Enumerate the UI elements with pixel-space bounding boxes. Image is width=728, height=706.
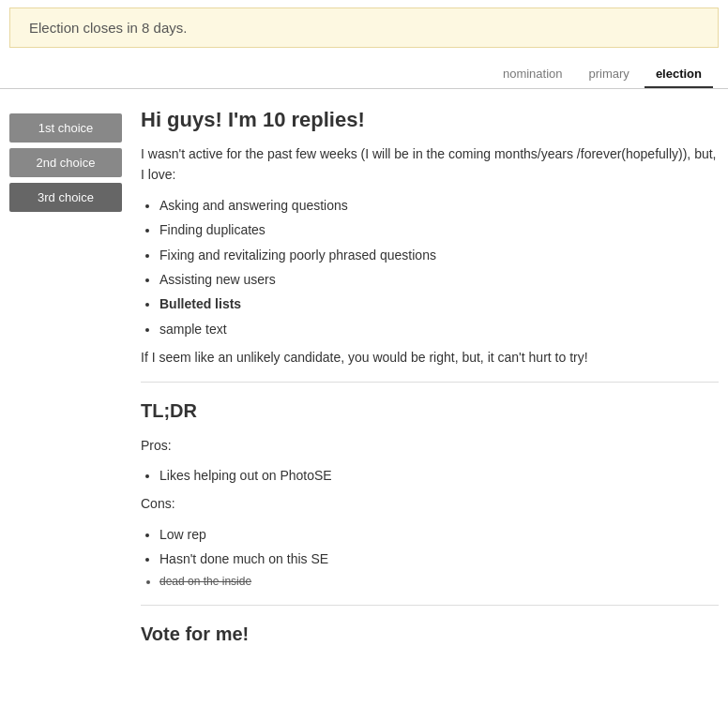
post-intro: I wasn't active for the past few weeks (… [141, 143, 719, 186]
list-item: Assisting new users [159, 269, 719, 290]
vote-title: Vote for me! [141, 619, 719, 649]
list-item: Fixing and revitalizing poorly phrased q… [159, 245, 719, 265]
banner-text: Election closes in 8 days. [29, 20, 187, 36]
tab-primary[interactable]: primary [578, 61, 641, 88]
choice-3-button[interactable]: 3rd choice [9, 183, 122, 212]
list-item: Finding duplicates [159, 219, 719, 240]
choice-2-button[interactable]: 2nd choice [9, 148, 122, 177]
cons-label: Cons: [141, 493, 719, 514]
post-divider-2 [141, 605, 719, 606]
pros-list: Likes helping out on PhotoSE [159, 465, 719, 486]
main-content: 1st choice 2nd choice 3rd choice Hi guys… [0, 98, 728, 658]
nav-tabs: nomination primary election [0, 55, 728, 89]
list-item-bold: Bulleted lists [159, 293, 719, 314]
sidebar: 1st choice 2nd choice 3rd choice [9, 108, 122, 649]
post-divider [141, 382, 719, 383]
list-item-strikethrough: dead on the inside [159, 573, 719, 591]
post-closing: If I seem like an unlikely candidate, yo… [141, 347, 719, 368]
choice-1-button[interactable]: 1st choice [9, 113, 122, 143]
election-banner: Election closes in 8 days. [9, 8, 719, 48]
loves-list: Asking and answering questions Finding d… [159, 195, 719, 339]
pros-label: Pros: [141, 435, 719, 456]
list-item: Hasn't done much on this SE [159, 548, 719, 569]
post-title: Hi guys! I'm 10 replies! [141, 108, 719, 132]
list-item: Asking and answering questions [159, 195, 719, 216]
list-item: sample text [159, 319, 719, 339]
list-item: Likes helping out on PhotoSE [159, 465, 719, 486]
tldr-title: TL;DR [141, 396, 719, 426]
cons-list: Low rep Hasn't done much on this SE dead… [159, 524, 719, 592]
tab-nomination[interactable]: nomination [492, 61, 574, 88]
list-item: Low rep [159, 524, 719, 545]
post-body: I wasn't active for the past few weeks (… [141, 143, 719, 649]
post-content: Hi guys! I'm 10 replies! I wasn't active… [122, 108, 719, 649]
tab-election[interactable]: election [645, 61, 713, 88]
